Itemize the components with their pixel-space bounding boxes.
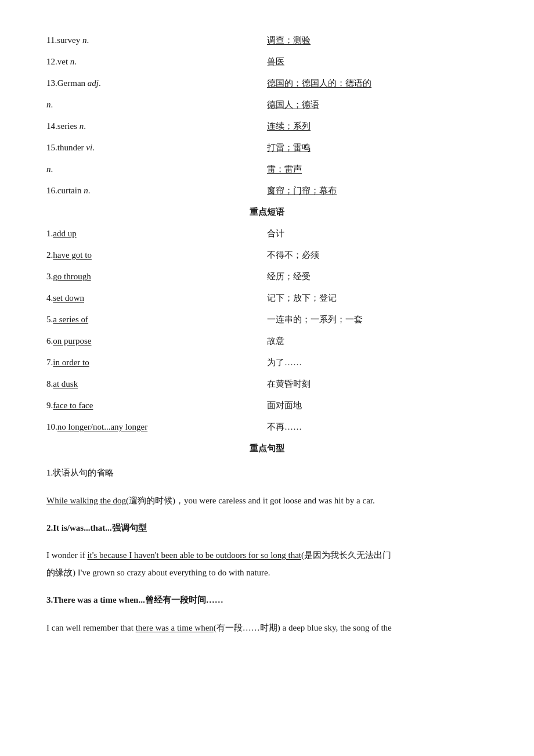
vocab-pos-13: adj	[88, 78, 99, 88]
vocab-number-14: 14.	[46, 121, 57, 131]
vocab-meaning-11: 调查；测验	[267, 35, 488, 46]
phrase-term-8: 8.at dusk	[46, 379, 267, 389]
vocab-term-15-n: n.	[46, 164, 267, 174]
phrase-number-7: 7.	[46, 358, 53, 367]
vocab-row-12: 12.vet n. 兽医	[46, 56, 488, 67]
vocab-word-11: survey	[57, 35, 80, 45]
sentence-num-1: 1.	[46, 468, 53, 477]
sentence-3-after: a deep blue sky, the song of the	[280, 623, 392, 632]
vocab-term-13-n: n.	[46, 100, 267, 110]
vocab-row-15-n: n. 雷；雷声	[46, 164, 488, 175]
phrase-meaning-8: 在黄昏时刻	[267, 379, 488, 390]
phrase-term-6: 6.on purpose	[46, 336, 267, 346]
phrase-term-10: 10.no longer/not...any longer	[46, 422, 267, 432]
phrase-row-4: 4.set down 记下；放下；登记	[46, 293, 488, 304]
phrase-term-5: 5.a series of	[46, 315, 267, 325]
phrase-meaning-3: 经历；经受	[267, 271, 488, 282]
phrase-meaning-10: 不再……	[267, 422, 488, 433]
sentence-2-underline: it's because I haven't been able to be o…	[87, 550, 301, 560]
phrase-number-2: 2.	[46, 250, 53, 260]
phrase-number-9: 9.	[46, 401, 53, 410]
sentence-3-before: I can well remember that	[46, 623, 136, 632]
sentence-title-2: 2.It is/was...that...强调句型	[46, 520, 488, 537]
vocab-row-11: 11.survey n. 调查；测验	[46, 35, 488, 46]
vocab-row-14: 14.series n. 连续；系列	[46, 121, 488, 132]
vocab-period-15-n: .	[51, 164, 53, 174]
vocab-word-14: series	[57, 121, 77, 131]
phrase-row-10: 10.no longer/not...any longer 不再……	[46, 422, 488, 433]
phrase-term-7: 7.in order to	[46, 358, 267, 368]
vocab-number-11: 11.	[46, 35, 57, 45]
phrase-english-7: in order to	[53, 358, 89, 367]
vocab-meaning-15-n: 雷；雷声	[267, 164, 488, 175]
vocab-number-16: 16.	[46, 186, 57, 195]
phrase-number-10: 10.	[46, 422, 57, 431]
phrase-meaning-5: 一连串的；一系列；一套	[267, 314, 488, 325]
sentence-3-underline: there was a time when	[136, 623, 214, 632]
phrase-english-5: a series of	[53, 315, 88, 324]
phrase-number-3: 3.	[46, 272, 53, 281]
vocab-meaning-14: 连续；系列	[267, 121, 488, 132]
phrase-meaning-7: 为了……	[267, 357, 488, 368]
vocab-pos-16: n	[84, 186, 88, 195]
vocab-word-16: curtain	[57, 186, 82, 195]
vocab-term-14: 14.series n.	[46, 121, 267, 131]
sentence-3-chinese: (有一段……时期)	[214, 623, 280, 632]
phrase-number-4: 4.	[46, 293, 53, 303]
vocab-row-13-n: n. 德国人；德语	[46, 99, 488, 110]
vocab-number-15: 15.	[46, 143, 57, 152]
sentence-2-chinese: (是因为我长久无法出门	[301, 550, 391, 560]
phrase-meaning-1: 合计	[267, 228, 488, 239]
phrase-english-10: no longer/not...any longer	[57, 422, 147, 431]
vocab-meaning-13-n: 德国人；德语	[267, 99, 488, 110]
vocab-row-16: 16.curtain n. 窗帘；门帘；幕布	[46, 185, 488, 196]
phrase-english-9: face to face	[53, 401, 93, 410]
vocab-period-13: .	[99, 78, 101, 88]
phrase-english-3: go through	[53, 272, 91, 281]
sentence-label-2-cn: 强调句型	[112, 523, 147, 532]
phrase-term-3: 3.go through	[46, 272, 267, 282]
vocab-meaning-16: 窗帘；门帘；幕布	[267, 185, 488, 196]
vocab-period-13-n: .	[51, 100, 53, 109]
phrase-number-1: 1.	[46, 229, 53, 238]
sentence-2-after: I've grown so crazy about everything to …	[75, 568, 270, 577]
phrase-english-2: have got to	[53, 250, 92, 260]
phrase-row-6: 6.on purpose 故意	[46, 336, 488, 347]
vocab-row-15-vi: 15.thunder vi. 打雷；雷鸣	[46, 142, 488, 153]
vocab-period-16: .	[88, 186, 91, 195]
phrase-row-3: 3.go through 经历；经受	[46, 271, 488, 282]
phrase-meaning-9: 面对面地	[267, 400, 488, 411]
sentence-while-clause: While walking the dog	[46, 496, 126, 505]
vocab-term-13: 13.German adj.	[46, 78, 267, 88]
phrase-english-8: at dusk	[53, 379, 78, 388]
sentence-num-2: 2.	[46, 523, 53, 532]
vocab-period-15: .	[92, 143, 95, 152]
phrase-english-4: set down	[53, 293, 84, 303]
vocab-pos-15-n: n	[46, 164, 51, 174]
phrase-meaning-4: 记下；放下；登记	[267, 293, 488, 304]
vocab-meaning-15-vi: 打雷；雷鸣	[267, 142, 488, 153]
phrase-english-1: add up	[53, 229, 76, 238]
phrase-term-1: 1.add up	[46, 229, 267, 239]
sentences-section: 1.状语从句的省略 While walking the dog(遛狗的时候)，y…	[46, 465, 488, 636]
sentence-label-1: 状语从句的省略	[53, 468, 114, 477]
phrase-row-7: 7.in order to 为了……	[46, 357, 488, 368]
sentence-text-2: I wonder if it's because I haven't been …	[46, 546, 488, 581]
vocab-pos-15: vi	[86, 143, 92, 152]
vocab-meaning-12: 兽医	[267, 56, 488, 67]
vocab-term-15: 15.thunder vi.	[46, 143, 267, 153]
sentence-text-1: While walking the dog(遛狗的时候)，you were ca…	[46, 492, 488, 509]
phrase-term-2: 2.have got to	[46, 250, 267, 260]
sentence-title-3: 3.There was a time when...曾经有一段时间……	[46, 592, 488, 609]
vocab-term-11: 11.survey n.	[46, 35, 267, 45]
vocab-meaning-13-adj: 德国的；德国人的；德语的	[267, 78, 488, 89]
vocab-term-12: 12.vet n.	[46, 57, 267, 67]
sentence-chinese-1: (遛狗的时候)	[126, 496, 175, 505]
phrase-number-5: 5.	[46, 315, 53, 324]
vocab-word-13: German	[57, 78, 85, 88]
sentence-num-3: 3.	[46, 595, 53, 604]
vocabulary-section: 11.survey n. 调查；测验 12.vet n. 兽医 13.Germa…	[46, 35, 488, 196]
sentence-label-3-en: There was a time when...	[53, 595, 145, 604]
phrase-english-6: on purpose	[53, 336, 91, 345]
vocab-number-13: 13.	[46, 78, 57, 88]
